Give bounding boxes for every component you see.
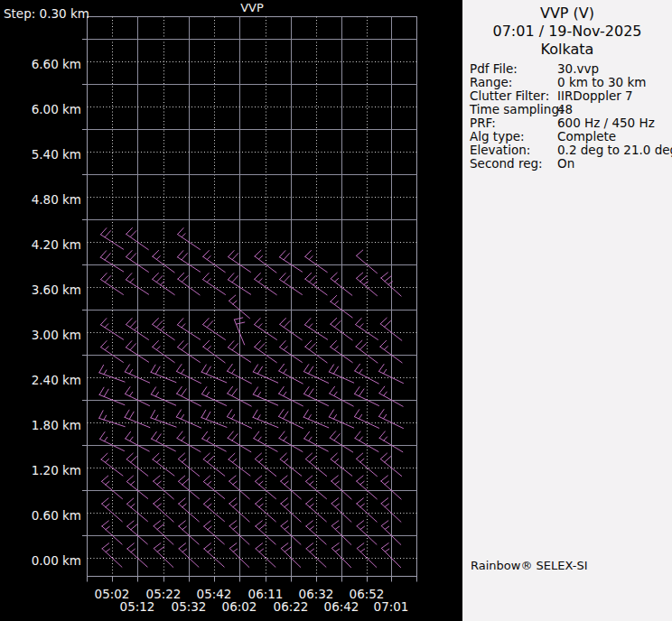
barb-full-tick (232, 344, 238, 350)
barb-full-tick (380, 453, 387, 459)
barb-half-tick (334, 301, 338, 305)
barb-half-tick (182, 234, 185, 237)
barb-half-tick (284, 347, 287, 350)
barb-full-tick (310, 457, 316, 462)
barb-full-tick (99, 365, 104, 372)
barb-half-tick (259, 459, 263, 462)
barb-half-tick (208, 481, 211, 485)
barb-full-tick (329, 410, 333, 417)
barb-half-tick (208, 504, 211, 507)
barb-full-tick (357, 273, 363, 278)
barb-half-tick (364, 282, 368, 285)
y-axis-label: 3.60 km (32, 283, 81, 297)
field-label-4: PRF: (470, 116, 557, 130)
barb-full-tick (178, 453, 184, 459)
barb-half-tick (181, 369, 183, 374)
barb-full-tick (101, 341, 107, 348)
barb-half-tick (384, 392, 387, 395)
field-label-0: Pdf File: (470, 62, 557, 76)
wind-barbs (99, 227, 404, 567)
barb-full-tick (303, 365, 308, 372)
y-axis-label: 6.60 km (32, 57, 81, 71)
barb-full-tick (306, 476, 313, 481)
barb-full-tick (182, 276, 188, 283)
barb-full-tick (130, 231, 136, 237)
barb-full-tick (331, 453, 337, 459)
barb-half-tick (208, 549, 211, 551)
barb-full-tick (203, 319, 210, 325)
barb-full-tick (177, 365, 182, 372)
y-axis-label: 3.00 km (32, 328, 81, 342)
barb-full-tick (229, 295, 236, 301)
barb-full-tick (306, 543, 313, 549)
field-label-6: Elevation: (470, 144, 557, 157)
barb-half-tick (233, 549, 238, 551)
barb-half-tick (334, 392, 337, 395)
info-panel: VVP (V) 07:01 / 19-Nov-2025 Kolkata Pdf … (462, 0, 672, 621)
barb-full-tick (279, 431, 285, 438)
barb-full-tick (182, 389, 187, 396)
barb-shaft (151, 418, 176, 427)
barb-half-tick (155, 393, 158, 397)
barb-full-tick (281, 498, 287, 504)
barb-full-tick (129, 412, 134, 419)
barb-half-tick (258, 279, 262, 283)
barb-full-tick (308, 389, 313, 396)
barb-full-tick (102, 521, 108, 526)
barb-full-tick (379, 410, 385, 417)
barb-full-tick (331, 543, 339, 549)
barb-full-tick (229, 521, 237, 526)
barb-full-tick (182, 479, 189, 485)
field-value-3: 48 (557, 103, 672, 116)
barb-shaft (100, 235, 123, 249)
barb-half-tick (334, 347, 338, 350)
field-value-0: 30.vvp (557, 62, 672, 76)
barb-half-tick (182, 549, 186, 551)
barb-half-tick (309, 437, 312, 440)
barb-half-tick (310, 549, 313, 551)
barb-half-tick (130, 279, 134, 283)
barb-full-tick (284, 254, 289, 260)
barb-full-tick (126, 319, 133, 325)
barb-full-tick (100, 251, 106, 257)
barb-full-tick (179, 476, 185, 481)
barb-full-tick (380, 318, 387, 324)
barb-full-tick (105, 231, 110, 237)
barb-full-tick (154, 476, 160, 481)
barb-full-tick (156, 276, 163, 283)
barb-full-tick (126, 431, 131, 439)
barb-full-tick (303, 410, 308, 417)
barb-full-tick (334, 434, 340, 440)
barb-shaft (201, 418, 227, 428)
barb-full-tick (280, 341, 286, 348)
x-axis-label: 07:01 (374, 599, 409, 614)
panel-title: VVP (V) (462, 5, 672, 23)
barb-full-tick (153, 273, 159, 279)
barb-full-tick (279, 410, 285, 417)
barb-half-tick (232, 369, 235, 373)
barb-half-tick (285, 526, 288, 529)
barb-half-tick (284, 437, 287, 440)
barb-full-tick (102, 498, 108, 504)
y-axis-label: 1.20 km (32, 463, 81, 477)
barb-full-tick (357, 250, 363, 255)
barb-half-tick (131, 504, 135, 507)
plot-border (88, 17, 417, 577)
barb-half-tick (259, 481, 263, 485)
barb-full-tick (281, 543, 288, 549)
y-axis-label: 0.60 km (32, 508, 81, 523)
barb-full-tick (126, 273, 131, 280)
barb-full-tick (357, 543, 364, 549)
barb-full-tick (258, 344, 265, 350)
barb-half-tick (335, 549, 340, 551)
barb-full-tick (177, 431, 182, 438)
y-axis-label: 6.00 km (32, 102, 81, 116)
barb-half-tick (360, 459, 364, 462)
barb-full-tick (236, 322, 244, 324)
barb-full-tick (208, 457, 214, 463)
barb-full-tick (281, 521, 288, 526)
plot-title: VVP (240, 1, 264, 14)
barb-half-tick (182, 504, 186, 506)
barb-full-tick (331, 340, 337, 347)
barb-half-tick (207, 437, 210, 440)
